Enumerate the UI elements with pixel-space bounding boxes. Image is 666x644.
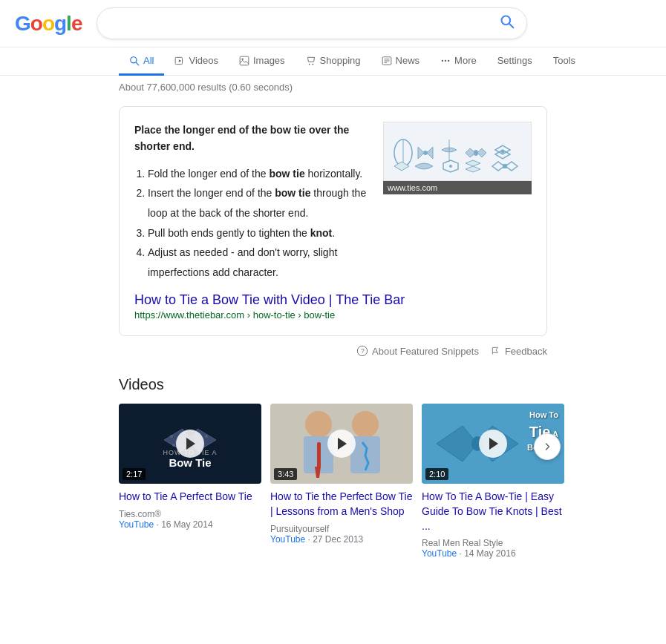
featured-snippet: Place the longer end of the bow tie over… <box>119 106 547 336</box>
tab-videos-label: Videos <box>189 55 218 66</box>
tab-tools[interactable]: Tools <box>543 47 586 76</box>
search-input[interactable]: how to to tie a bow tie <box>109 17 500 30</box>
svg-point-19 <box>423 151 428 155</box>
play-button-2[interactable] <box>327 430 356 458</box>
snippet-step-4: Adjust as needed - and don't worry, slig… <box>148 243 368 282</box>
play-button-3[interactable] <box>479 430 507 458</box>
question-icon: ? <box>356 345 368 357</box>
tab-settings-label: Settings <box>497 55 532 66</box>
snippet-step-1: Fold the longer end of the bow tie horiz… <box>148 164 368 184</box>
svg-point-24 <box>449 165 452 168</box>
images-tab-icon <box>239 56 249 66</box>
video-card-3: How ToTie ABow Tie 2:10 How To Tie A Bow… <box>422 404 564 559</box>
tab-tools-label: Tools <box>553 55 575 66</box>
video-duration-1: 2:17 <box>123 468 146 480</box>
svg-point-39 <box>352 411 379 438</box>
tab-images-label: Images <box>253 55 285 66</box>
svg-point-23 <box>501 150 505 154</box>
svg-point-35 <box>305 411 332 438</box>
tab-more[interactable]: More <box>430 47 487 76</box>
tab-shopping-label: Shopping <box>320 55 361 66</box>
video-source-3: Real Men Real Style YouTube · 14 May 201… <box>422 538 564 559</box>
video-card-2: 3:43 How to Tie the Perfect Bow Tie | Le… <box>270 404 413 544</box>
svg-rect-37 <box>317 442 321 468</box>
video-brand-1: Ties.com® <box>119 509 161 519</box>
svg-point-16 <box>448 59 449 61</box>
video-1-title-thumb: Bow Tie <box>123 456 257 469</box>
snippet-footer: ? About Featured Snippets Feedback <box>119 341 547 361</box>
more-tab-icon <box>440 56 451 66</box>
svg-marker-5 <box>179 59 182 62</box>
svg-point-7 <box>241 58 243 59</box>
svg-point-29 <box>170 435 173 438</box>
news-tab-icon <box>382 56 392 66</box>
video-duration-2: 3:43 <box>274 468 297 480</box>
snippet-intro: Place the longer end of the bow tie over… <box>134 122 368 155</box>
about-snippets-label: About Featured Snippets <box>372 346 479 357</box>
header: Google how to to tie a bow tie <box>0 0 666 47</box>
videos-section: Videos <box>119 376 547 559</box>
video-brand-2: Pursuityourself <box>270 524 329 534</box>
tab-more-label: More <box>454 55 477 66</box>
tab-images[interactable]: Images <box>229 47 296 76</box>
video-title-2[interactable]: How to Tie the Perfect Bow Tie | Lessons… <box>270 490 413 519</box>
tab-all[interactable]: All <box>119 47 164 76</box>
about-snippets-btn[interactable]: ? About Featured Snippets <box>356 345 479 357</box>
nav-tabs: All Videos Images Shopping News More Set… <box>0 47 666 76</box>
shopping-tab-icon <box>306 56 316 66</box>
svg-point-15 <box>445 59 446 61</box>
video-title-3[interactable]: How To Tie A Bow-Tie | Easy Guide To Bow… <box>422 490 564 533</box>
snippet-body: Place the longer end of the bow tie over… <box>134 122 532 282</box>
svg-rect-25 <box>503 164 507 168</box>
svg-line-1 <box>509 24 513 27</box>
svg-point-8 <box>308 63 310 65</box>
search-icon <box>500 14 515 29</box>
videos-container: HOW TO TIE A Bow Tie 2:17 How to Tie A P… <box>119 404 547 559</box>
video-tab-icon <box>174 56 185 66</box>
search-tab-icon <box>129 56 140 66</box>
tab-settings[interactable]: Settings <box>487 47 543 76</box>
snippet-step-2: Insert the longer end of the bow tie thr… <box>148 183 368 223</box>
video-brand-3: Real Men Real Style <box>422 538 503 548</box>
snippet-image-area: www.ties.com <box>383 122 532 282</box>
video-platform-3: YouTube <box>422 548 457 559</box>
svg-point-22 <box>474 150 478 156</box>
video-thumbnail-1[interactable]: HOW TO TIE A Bow Tie 2:17 <box>119 404 261 484</box>
search-button[interactable] <box>500 14 515 33</box>
video-date-text-1: 16 May 2014 <box>161 519 212 530</box>
search-bar: how to to tie a bow tie <box>97 7 527 39</box>
video-source-2: Pursuityourself YouTube · 27 Dec 2013 <box>270 524 413 545</box>
snippet-link: How to Tie a Bow Tie with Video | The Ti… <box>134 292 532 321</box>
video-thumbnail-2[interactable]: 3:43 <box>270 404 413 484</box>
flag-icon <box>491 346 501 356</box>
snippet-image-caption: www.ties.com <box>383 181 532 194</box>
snippet-text: Place the longer end of the bow tie over… <box>134 122 368 282</box>
chevron-right-icon <box>543 442 552 451</box>
bow-tie-steps-illustration <box>387 125 528 178</box>
svg-text:?: ? <box>361 348 365 355</box>
video-date-text-3: 14 May 2016 <box>464 548 515 559</box>
tab-shopping[interactable]: Shopping <box>296 47 371 76</box>
video-duration-3: 2:10 <box>425 468 448 480</box>
feedback-label: Feedback <box>505 346 547 357</box>
video-source-1: Ties.com® YouTube · 16 May 2014 <box>119 509 261 530</box>
play-button-1[interactable] <box>176 430 204 458</box>
tab-videos[interactable]: Videos <box>164 47 229 76</box>
google-logo: Google <box>15 12 82 36</box>
tab-all-label: All <box>143 55 154 66</box>
svg-point-14 <box>442 59 443 61</box>
svg-point-32 <box>205 435 208 438</box>
results-count: About 77,600,000 results (0.60 seconds) <box>0 76 666 99</box>
svg-rect-6 <box>240 56 249 65</box>
video-platform-1: YouTube <box>119 519 154 530</box>
snippet-link-url: https://www.thetiebar.com › how-to-tie ›… <box>134 309 532 321</box>
tab-news-label: News <box>396 55 420 66</box>
svg-point-9 <box>312 63 313 65</box>
video-title-1[interactable]: How to Tie A Perfect Bow Tie <box>119 490 261 505</box>
feedback-btn[interactable]: Feedback <box>491 346 547 357</box>
tab-news[interactable]: News <box>371 47 431 76</box>
svg-point-31 <box>172 444 175 447</box>
svg-line-3 <box>136 62 139 65</box>
video-platform-2: YouTube <box>270 534 305 545</box>
snippet-link-title[interactable]: How to Tie a Bow Tie with Video | The Ti… <box>134 292 405 307</box>
